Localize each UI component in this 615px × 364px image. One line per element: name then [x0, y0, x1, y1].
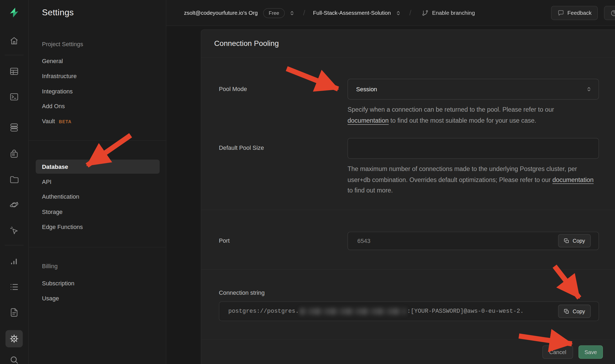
rail-divider — [5, 55, 24, 55]
sidebar-divider — [29, 247, 167, 247]
home-icon — [9, 36, 19, 46]
breadcrumb-org[interactable]: zsolt@codeyourfuture.io's Org — [184, 10, 258, 16]
port-copy-label: Copy — [573, 238, 585, 244]
database-nav-button[interactable] — [5, 119, 23, 136]
icon-rail — [0, 0, 29, 364]
auth-nav-button[interactable] — [5, 145, 23, 162]
org-switcher-chevrons-icon[interactable] — [289, 10, 295, 16]
breadcrumb-separator: / — [409, 9, 411, 17]
sidebar-item-api[interactable]: API — [42, 179, 51, 185]
settings-icon — [9, 334, 19, 344]
auth-icon — [9, 149, 19, 159]
documentation-link[interactable]: documentation — [552, 176, 594, 183]
connection-string-copy-button[interactable]: Copy — [558, 305, 591, 318]
table-editor-icon — [9, 66, 19, 77]
connection-string-field[interactable]: postgres://postgres.:[YOUR-PASSWORD]@aws… — [219, 301, 599, 321]
sidebar-section-billing: Billing — [42, 263, 57, 270]
supabase-logo[interactable] — [5, 4, 23, 21]
logs-icon — [9, 282, 19, 292]
sidebar-item-general[interactable]: General — [42, 58, 63, 64]
pool-mode-description: Specify when a connection can be returne… — [348, 104, 595, 126]
connection-string-copy-label: Copy — [573, 308, 585, 314]
database-icon — [9, 122, 19, 133]
api-docs-nav-button[interactable] — [5, 304, 23, 321]
sql-editor-nav-button[interactable] — [5, 88, 23, 105]
documentation-link[interactable]: documentation — [348, 117, 389, 124]
api-docs-icon — [9, 307, 19, 318]
connection-string-value: postgres://postgres.:[YOUR-PASSWORD]@aws… — [228, 308, 524, 315]
page-title: Settings — [42, 8, 74, 18]
enable-branching-button[interactable]: Enable branching — [422, 9, 475, 16]
sidebar-item-add-ons[interactable]: Add Ons — [42, 103, 65, 110]
help-icon — [610, 9, 615, 17]
settings-nav-button[interactable] — [5, 330, 23, 347]
connection-string-label: Connection string — [219, 289, 265, 296]
port-copy-button[interactable]: Copy — [558, 234, 591, 247]
edge-functions-icon — [9, 199, 19, 210]
default-pool-size-description: The maximum number of connections made t… — [348, 163, 595, 196]
feedback-bubble-icon — [557, 9, 564, 16]
breadcrumb-separator: / — [303, 9, 305, 17]
panel-divider — [201, 269, 615, 270]
help-button[interactable]: Help — [604, 6, 615, 20]
search-button[interactable] — [5, 351, 23, 364]
sidebar-item-usage[interactable]: Usage — [42, 295, 59, 301]
sidebar-item-edge-functions[interactable]: Edge Functions — [42, 223, 83, 230]
sidebar-item-storage[interactable]: Storage — [42, 209, 63, 215]
sidebar-item-subscription[interactable]: Subscription — [42, 280, 74, 287]
connection-pooling-panel: Connection Pooling Pool Mode Session Spe… — [201, 30, 615, 364]
panel-divider — [201, 210, 615, 210]
save-button[interactable]: Save — [578, 345, 603, 359]
port-label: Port — [219, 237, 230, 244]
panel-divider — [201, 57, 615, 57]
supabase-logo-icon — [9, 7, 20, 18]
storage-nav-button[interactable] — [5, 170, 23, 188]
panel-title: Connection Pooling — [214, 30, 279, 57]
settings-sidebar: Settings Project Settings General Infras… — [29, 0, 167, 364]
redacted-project-ref — [300, 308, 406, 315]
sidebar-divider — [29, 140, 167, 141]
sidebar-item-integrations[interactable]: Integrations — [42, 88, 73, 94]
realtime-nav-button[interactable] — [5, 222, 23, 239]
pool-mode-value: Session — [356, 86, 585, 93]
sidebar-item-database[interactable]: Database — [36, 159, 160, 174]
app-window: Settings Project Settings General Infras… — [0, 0, 615, 364]
rail-divider — [5, 245, 24, 245]
feedback-label: Feedback — [567, 10, 592, 16]
sidebar-item-database-label: Database — [42, 163, 68, 170]
sidebar-item-vault-label: Vault — [42, 118, 55, 124]
home-nav-button[interactable] — [5, 32, 23, 49]
main-content: Connection Pooling Pool Mode Session Spe… — [166, 26, 615, 364]
reports-nav-button[interactable] — [5, 253, 23, 270]
sidebar-item-authentication[interactable]: Authentication — [42, 193, 79, 200]
project-switcher-chevrons-icon[interactable] — [395, 10, 401, 16]
table-editor-nav-button[interactable] — [5, 63, 23, 80]
pool-mode-select[interactable]: Session — [348, 79, 599, 100]
storage-icon — [9, 174, 19, 184]
sidebar-section-project-settings: Project Settings — [42, 41, 83, 48]
logs-nav-button[interactable] — [5, 278, 23, 296]
breadcrumb-project[interactable]: Full-Stack-Assessment-Solution — [313, 10, 391, 16]
enable-branching-label: Enable branching — [432, 10, 475, 16]
beta-badge: BETA — [59, 119, 71, 124]
default-pool-size-input[interactable] — [348, 138, 599, 159]
git-branch-icon — [422, 9, 429, 16]
copy-icon — [564, 308, 570, 314]
plan-badge[interactable]: Free — [263, 8, 285, 18]
search-icon — [9, 355, 19, 364]
edge-functions-nav-button[interactable] — [5, 196, 23, 213]
sidebar-item-vault[interactable]: DatabaseVaultBETA — [42, 118, 71, 124]
feedback-button[interactable]: Feedback — [551, 6, 598, 20]
sidebar-item-infrastructure[interactable]: Infrastructure — [42, 72, 77, 79]
sql-editor-icon — [9, 92, 19, 102]
default-pool-size-label: Default Pool Size — [219, 144, 264, 151]
select-chevrons-icon — [585, 86, 592, 93]
copy-icon — [564, 238, 570, 244]
pool-mode-label: Pool Mode — [219, 85, 247, 92]
realtime-icon — [9, 225, 19, 236]
panel-footer-divider — [201, 339, 615, 339]
cancel-button[interactable]: Cancel — [542, 345, 573, 359]
reports-icon — [9, 256, 19, 267]
